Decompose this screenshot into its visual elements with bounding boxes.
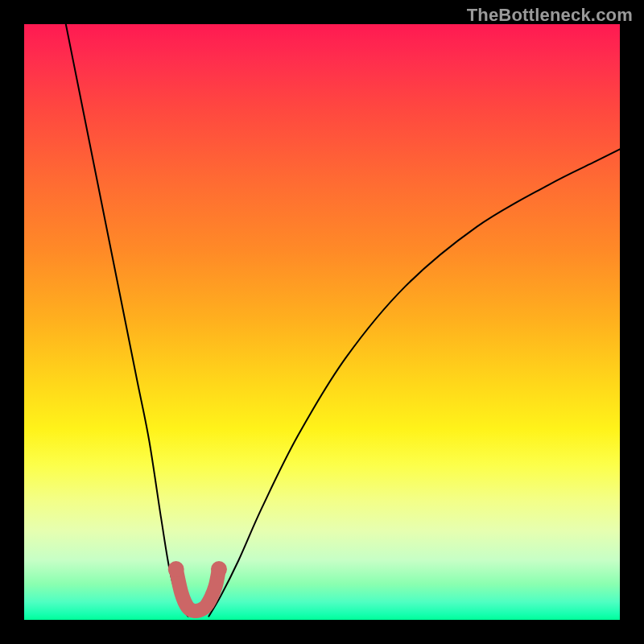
curve-left-branch [66, 24, 188, 617]
curve-right-branch [208, 149, 620, 616]
watermark-text: TheBottleneck.com [467, 5, 633, 26]
u-marker-dot-left [168, 561, 184, 577]
u-marker-dot-right [211, 561, 227, 577]
curves-layer [24, 24, 620, 620]
u-marker [176, 569, 219, 611]
plot-area [24, 24, 620, 620]
chart-frame: TheBottleneck.com [0, 0, 644, 644]
